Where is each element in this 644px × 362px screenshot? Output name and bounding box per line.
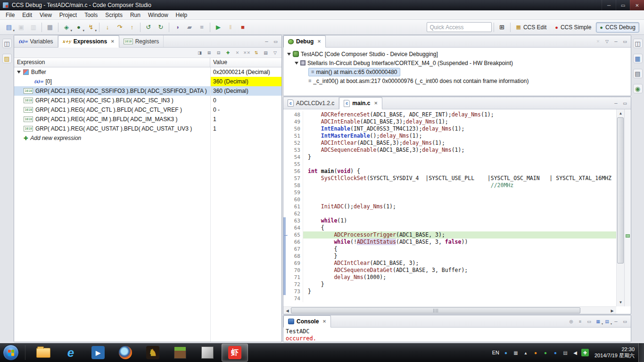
close-tab-icon[interactable]: ✕: [317, 39, 321, 44]
perspective-ccs-edit[interactable]: ▦CCS Edit: [512, 22, 551, 33]
maximize-window-button[interactable]: ▭: [616, 0, 630, 10]
code-line[interactable]: 55: [283, 161, 616, 168]
minimize-view-button[interactable]: ─: [611, 99, 620, 107]
code-line[interactable]: 54}: [283, 154, 616, 161]
qq-icon[interactable]: ●: [542, 349, 549, 356]
minimize-view-button[interactable]: ─: [611, 37, 620, 46]
clear-console-button[interactable]: ▭: [585, 317, 594, 326]
column-divider[interactable]: [210, 67, 211, 342]
menu-window[interactable]: Window: [144, 11, 172, 19]
code-line[interactable]: 67 {: [283, 246, 616, 253]
expression-column-header[interactable]: Expression: [14, 58, 210, 67]
code-line[interactable]: 64 {: [283, 224, 616, 231]
layout-button[interactable]: ▤: [261, 48, 270, 57]
tab-variables[interactable]: (x)=Variables: [14, 35, 58, 47]
scripting-console-button[interactable]: ▦: [633, 54, 643, 63]
start-button[interactable]: [3, 345, 19, 361]
vertical-scrollbar[interactable]: ▲ ▼: [616, 109, 624, 306]
code-line[interactable]: 60: [283, 196, 616, 203]
cube-game-taskbar-button[interactable]: [194, 344, 221, 362]
import-export-button[interactable]: ⇅: [252, 48, 261, 57]
expander-icon[interactable]: [295, 62, 298, 65]
menu-run[interactable]: Run: [126, 11, 144, 19]
editor-tab-adclcdv1-2-c[interactable]: cADCLCDv1.2.c: [283, 97, 339, 109]
resume-button[interactable]: ▶: [213, 22, 224, 33]
add-expression-button[interactable]: ✚: [223, 48, 232, 57]
open-perspective-button[interactable]: ⊞: [496, 22, 508, 33]
open-console-button[interactable]: ▤▾: [603, 317, 611, 326]
expression-row[interactable]: 1010GRP( ADC1 ).REG( ADC_IM ).BFLD( ADC_…: [14, 115, 281, 124]
scroll-up-button[interactable]: ▲: [617, 109, 625, 117]
code-line[interactable]: 56int main(void) {: [283, 168, 616, 175]
menu-help[interactable]: Help: [172, 11, 191, 19]
code-line[interactable]: 58 //20MHz: [283, 182, 616, 189]
scroll-right-button[interactable]: ▶: [608, 307, 616, 314]
code-line[interactable]: 63 while(1): [283, 217, 616, 224]
tab-registers[interactable]: 1010Registers: [119, 35, 164, 47]
code-line[interactable]: 53 ADCSequenceEnable(ADC1_BASE,3);delay_…: [283, 147, 616, 154]
code-line[interactable]: 72 }: [283, 281, 616, 288]
close-window-button[interactable]: ✕: [630, 0, 644, 10]
scroll-down-button[interactable]: ▼: [617, 298, 625, 306]
refresh-button[interactable]: ↻: [155, 22, 166, 33]
code-line[interactable]: 52 ADCIntClear(ADC1_BASE,3);delay_Nms(1)…: [283, 140, 616, 147]
show-hidden-icons-button[interactable]: ▴: [522, 349, 529, 356]
code-line[interactable]: 62: [283, 210, 616, 217]
menu-file[interactable]: File: [2, 11, 18, 19]
show-type-names-button[interactable]: ◨: [195, 48, 204, 57]
code-line[interactable]: 74: [283, 295, 616, 302]
trace-button[interactable]: ▰: [184, 22, 195, 33]
close-tab-icon[interactable]: ✕: [322, 319, 326, 324]
profile-button[interactable]: ◑: [172, 22, 183, 33]
scroll-lock-button[interactable]: ≡: [576, 317, 585, 326]
volume-icon[interactable]: ◀: [571, 349, 579, 356]
printer-icon[interactable]: ▤: [561, 349, 569, 356]
scroll-left-button[interactable]: ◀: [283, 307, 291, 314]
expander-icon[interactable]: [287, 53, 291, 56]
expression-row[interactable]: 1010GRP( ADC1 ).REG( ADC_ISC ).BFLD( ADC…: [14, 96, 281, 105]
expression-row[interactable]: (x)=[0]360 (Decimal): [14, 77, 281, 86]
restart-button[interactable]: ↺: [143, 22, 154, 33]
minimize-window-button[interactable]: ─: [602, 0, 616, 10]
xiami-music-taskbar-button[interactable]: 虾: [222, 344, 248, 362]
ime-icon[interactable]: ●: [502, 349, 510, 356]
remove-all-expressions-button[interactable]: ✕✕: [242, 48, 251, 57]
code-line[interactable]: 66 while(!ADCIntStatus(ADC1_BASE, 3, fal…: [283, 239, 616, 246]
code-line[interactable]: →65 ADCProcessorTrigger(ADC1_BASE, 3);: [283, 231, 616, 239]
flash-button[interactable]: ↯▾: [85, 22, 97, 33]
debug-button[interactable]: ●▾: [73, 22, 84, 33]
pin-button[interactable]: ≡: [196, 22, 207, 33]
maximize-view-button[interactable]: ▭: [620, 99, 629, 107]
code-line[interactable]: 70 ADCSequenceDataGet(ADC1_BASE, 3, Buff…: [283, 267, 616, 274]
debug-tree-item[interactable]: ≡main() at main.c:65 0x00000480: [283, 67, 631, 76]
perspective-ccs-debug[interactable]: ●CCS Debug: [596, 22, 639, 33]
code-line[interactable]: 68 }: [283, 253, 616, 260]
maximize-view-button[interactable]: ▭: [271, 37, 280, 46]
project-explorer-button[interactable]: ▨: [2, 54, 12, 63]
keyboard-icon[interactable]: ▦: [512, 349, 520, 356]
expression-row[interactable]: 1010GRP( ADC1 ).REG( ADC_USTAT ).BFLD( A…: [14, 124, 281, 133]
minimize-view-button[interactable]: ─: [611, 317, 620, 326]
remove-expression-button[interactable]: ✕: [233, 48, 242, 57]
firefox-taskbar-button[interactable]: [112, 344, 139, 362]
terminate-button[interactable]: ■: [237, 22, 248, 33]
media-app-taskbar-button[interactable]: ▶: [85, 344, 111, 362]
overview-ruler[interactable]: [624, 109, 631, 306]
code-line[interactable]: 51 IntMasterEnable();delay_Nms(1);: [283, 132, 616, 140]
expression-row[interactable]: 1010GRP( ADC1 ).REG( ADC_SSFIFO3 ).BFLD(…: [14, 86, 281, 96]
tab-expressions[interactable]: x+yExpressions✕: [58, 35, 119, 48]
thunder-icon[interactable]: ●: [552, 349, 559, 356]
restore-views-button[interactable]: ◫: [633, 39, 643, 48]
restore-views-button[interactable]: ◫: [2, 39, 12, 48]
pin-console-button[interactable]: ◎: [567, 317, 576, 326]
code-line[interactable]: 69 ADCIntClear(ADC1_BASE, 3);: [283, 260, 616, 267]
code-line[interactable]: 73}: [283, 288, 616, 295]
expression-row[interactable]: ✚Add new expression: [14, 133, 281, 143]
code-line[interactable]: 49 ADCIntEnable(ADC1_BASE,3);delay_Nms(1…: [283, 118, 616, 125]
step-over-button[interactable]: ↷: [114, 22, 125, 33]
new-target-config-button[interactable]: ◈▾: [61, 22, 72, 33]
menu-scripts[interactable]: Scripts: [101, 11, 126, 19]
fetion-icon[interactable]: ●: [532, 349, 539, 356]
expand-all-button[interactable]: ⊞: [205, 48, 214, 57]
perspective-ccs-simple[interactable]: ●CCS Simple: [551, 22, 595, 33]
